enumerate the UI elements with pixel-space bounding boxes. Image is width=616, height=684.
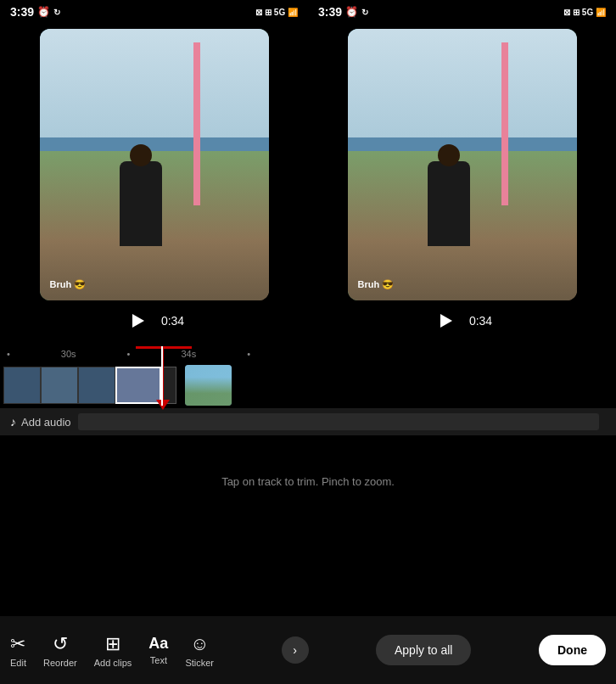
- single-clip[interactable]: [185, 365, 232, 406]
- toolbar-edit[interactable]: ✂ Edit: [10, 633, 26, 668]
- ruler-mark-30s: 30s: [61, 349, 76, 359]
- play-icon-2: [440, 314, 452, 328]
- pole-2: [501, 42, 508, 205]
- time-label-2: 0:34: [469, 314, 492, 328]
- app-container: 3:39 ⏰ ↻ ⊠ ⊞ 5G 📶 3:39 ⏰ ↻ ⊠ ⊞ 5G 📶: [0, 0, 616, 684]
- video-panel-1: Bruh 😎 0:34: [0, 29, 308, 346]
- video-panel-2: Bruh 😎 0:34: [308, 29, 616, 346]
- status-bar-right: 3:39 ⏰ ↻ ⊠ ⊞ 5G 📶: [308, 0, 616, 24]
- apply-to-all-button[interactable]: Apply to all: [376, 635, 471, 665]
- reorder-icon: ↺: [53, 633, 68, 655]
- add-clips-label: Add clips: [94, 658, 132, 668]
- clip-track-row: ✕ Choose tr: [0, 362, 616, 408]
- video-controls-1: 0:34: [124, 307, 184, 334]
- status-icons-right2: ⊠ ⊞ 5G 📶: [563, 8, 606, 17]
- status-icon-alarm: ⏰: [37, 6, 50, 18]
- tool-items: ✂ Edit ↺ Reorder ⊞ Add clips Aa Text ☺ S…: [10, 633, 214, 668]
- text-label: Text: [150, 655, 167, 665]
- sticker-label: Sticker: [185, 658, 214, 668]
- add-clips-icon: ⊞: [105, 633, 120, 655]
- ruler-dot-3: •: [247, 349, 250, 359]
- bruh-label-2: Bruh 😎: [358, 279, 395, 290]
- sticker-icon: ☺: [190, 633, 209, 655]
- done-button[interactable]: Done: [539, 635, 606, 665]
- status-icons-right: ⊠ ⊞ 5G 📶: [255, 8, 298, 17]
- play-icon-1: [132, 314, 144, 328]
- toolbar-sticker[interactable]: ☺ Sticker: [185, 633, 214, 668]
- sky-2: [348, 29, 577, 151]
- toolbar-text[interactable]: Aa Text: [148, 635, 168, 665]
- bruh-label-1: Bruh 😎: [50, 279, 87, 290]
- person-1: [120, 161, 162, 246]
- timeline-ruler: • 30s • 34s •: [0, 346, 616, 362]
- ruler-mark-34s: 34s: [181, 349, 196, 359]
- pole-1: [193, 42, 200, 205]
- time-left: 3:39: [10, 5, 34, 19]
- audio-track[interactable]: ♪ Add audio: [0, 408, 616, 435]
- person-2: [428, 161, 470, 246]
- add-audio-label: Add audio: [21, 416, 71, 429]
- text-icon: Aa: [148, 635, 168, 653]
- play-button-1[interactable]: [124, 307, 151, 334]
- person-head-2: [438, 144, 460, 166]
- play-button-2[interactable]: [432, 307, 459, 334]
- time-right: 3:39: [318, 5, 342, 19]
- clip-insert[interactable]: [161, 367, 176, 404]
- edit-label: Edit: [10, 658, 26, 668]
- video-thumb-2: Bruh 😎: [348, 29, 577, 300]
- audio-waveform: [78, 413, 599, 430]
- clip-2[interactable]: [41, 367, 78, 404]
- status-icon-arrow: ↻: [53, 8, 60, 17]
- bottom-toolbar: ✂ Edit ↺ Reorder ⊞ Add clips Aa Text ☺ S…: [0, 616, 616, 684]
- clip-3[interactable]: [78, 367, 115, 404]
- chevron-right-icon: ›: [293, 643, 297, 657]
- sky-1: [40, 29, 269, 151]
- video-controls-2: 0:34: [432, 307, 492, 334]
- clip-selected[interactable]: [115, 367, 161, 404]
- person-head-1: [130, 144, 152, 166]
- playhead: [161, 346, 163, 406]
- video-thumb-1: Bruh 😎: [40, 29, 269, 300]
- music-note-icon: ♪: [10, 415, 16, 429]
- timeline-wrapper: • 30s • 34s •: [0, 346, 616, 440]
- status-bar-left: 3:39 ⏰ ↻ ⊠ ⊞ 5G 📶: [0, 0, 308, 24]
- toolbar-reorder[interactable]: ↺ Reorder: [43, 633, 77, 668]
- time-label-1: 0:34: [161, 314, 184, 328]
- status-icon-alarm2: ⏰: [345, 6, 358, 18]
- video-panels: Bruh 😎 0:34 Bruh 😎: [0, 24, 616, 346]
- scissors-icon: ✂: [10, 633, 25, 655]
- status-icon-arrow2: ↻: [361, 8, 368, 17]
- clips-strip[interactable]: [3, 367, 176, 404]
- toolbar-add-clips[interactable]: ⊞ Add clips: [94, 633, 132, 668]
- ruler-dot-1: •: [7, 349, 10, 359]
- hint-container: Tap on track to trim. Pinch to zoom.: [0, 474, 616, 489]
- more-button[interactable]: ›: [282, 636, 309, 664]
- reorder-label: Reorder: [43, 658, 77, 668]
- ruler-dot-2: •: [127, 349, 131, 359]
- hint-text: Tap on track to trim. Pinch to zoom.: [221, 467, 395, 493]
- clip-1[interactable]: [3, 367, 41, 404]
